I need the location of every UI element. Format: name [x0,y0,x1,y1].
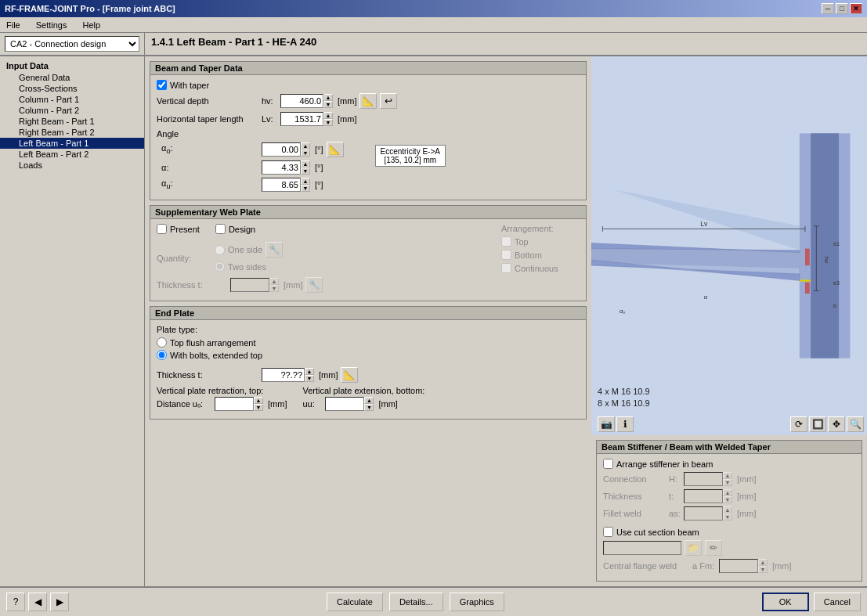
sidebar-item-column-part2[interactable]: Column - Part 2 [0,105,144,116]
vertical-depth-input[interactable] [280,94,323,108]
fillet-label: Fillet weld [603,509,666,518]
horiz-taper-label: Horizontal taper length [157,114,258,124]
two-sides-radio[interactable] [215,261,225,272]
sidebar-item-cross-sections[interactable]: Cross-Sections [0,83,144,94]
sidebar-item-loads[interactable]: Loads [0,160,144,171]
bottom-center-buttons: Calculate Details... Graphics [327,593,504,611]
supplementary-web-header: Supplementary Web Plate [150,206,586,219]
angle-0-down[interactable]: ▼ [301,149,310,157]
angle-1-down[interactable]: ▼ [301,168,310,175]
present-row: Present [157,224,200,234]
calculate-button[interactable]: Calculate [327,593,383,611]
end-plate-panel: End Plate Plate type: Top flush arrangem… [150,306,587,420]
ok-button[interactable]: OK [762,593,809,611]
dist-uu-down[interactable]: ▼ [364,404,374,411]
eccentricity-box: Eccentricity E->A [135, 10.2] mm [375,145,446,167]
dist-uu-input[interactable] [325,397,364,411]
arrange-stiffener-checkbox[interactable] [603,459,613,469]
vertical-depth-up[interactable]: ▲ [323,94,333,101]
end-plate-thickness-input[interactable] [262,368,305,382]
extension-label: Vertical plate extension, bottom: [302,386,424,395]
arrangement-section: Arrangement: Top Bottom Co [501,224,580,296]
info-btn[interactable]: ℹ [616,416,634,432]
horiz-taper-input[interactable] [280,112,323,126]
end-plate-thickness-icon[interactable]: 📐 [341,367,358,383]
cancel-button[interactable]: Cancel [814,593,861,611]
end-plate-thickness-down[interactable]: ▼ [305,375,314,382]
connection-design-dropdown[interactable]: CA2 - Connection design [5,36,139,52]
top-flush-radio[interactable] [157,337,167,348]
angle-0-unit: [°] [315,145,323,154]
view-btn[interactable]: 🔲 [809,416,826,432]
one-side-radio[interactable] [215,245,225,255]
fillet-input [684,506,723,521]
details-button[interactable]: Details... [389,593,443,611]
minimize-button[interactable]: ─ [822,3,834,14]
angle-2-up[interactable]: ▲ [301,178,310,185]
svg-text:e1: e1 [833,241,840,247]
with-bolts-radio[interactable] [157,350,167,360]
close-button[interactable]: ✕ [850,3,862,14]
with-taper-checkbox[interactable] [157,80,167,90]
dist-u0-down[interactable]: ▼ [254,404,263,411]
graphics-button[interactable]: Graphics [450,593,504,611]
prev-btn[interactable]: ◀ [28,593,47,611]
sidebar-item-column-part1[interactable]: Column - Part 1 [0,94,144,105]
angle-0-icon-btn[interactable]: 📐 [327,142,344,157]
sidebar-item-left-beam-part2[interactable]: Left Beam - Part 2 [0,149,144,160]
with-taper-label: With taper [170,81,209,90]
photo-btn[interactable]: 📷 [598,416,615,432]
supplementary-web-panel: Supplementary Web Plate Present [150,205,587,301]
design-checkbox[interactable] [215,224,226,234]
sidebar-item-general-data[interactable]: General Data [0,72,144,83]
arrange-stiffener-label: Arrange stiffener in beam [616,459,713,469]
pan-btn[interactable]: ✥ [828,416,845,432]
vertical-depth-link-btn[interactable]: ↩ [380,93,397,109]
zoom-btn[interactable]: 🔍 [847,416,864,432]
one-side-icon[interactable]: 🔧 [266,242,283,258]
one-side-label: One side [228,245,262,254]
horiz-taper-row: Horizontal taper length Lv: ▲ ▼ [mm] [157,112,580,126]
menu-help[interactable]: Help [79,19,103,31]
rotate-3d-btn[interactable]: ⟳ [790,416,807,432]
use-cut-checkbox[interactable] [603,527,613,537]
cut-section-input-row: 📁 ✏ [603,540,855,556]
angle-2-input[interactable] [262,178,301,192]
sidebar-item-left-beam-part1[interactable]: Left Beam - Part 1 [0,138,144,149]
stiffener-connection-input [684,472,723,486]
present-checkbox[interactable] [157,224,167,234]
angle-1-input-group: ▲ ▼ [262,160,310,175]
stiffener-thickness-input-group: ▲ ▼ [684,489,732,503]
dist-uu-up[interactable]: ▲ [364,397,374,404]
maximize-button[interactable]: □ [836,3,848,14]
angle-2-input-group: ▲ ▼ [262,178,310,192]
angle-2-down[interactable]: ▼ [301,185,310,192]
menu-file[interactable]: File [3,19,23,31]
next-btn[interactable]: ▶ [50,593,69,611]
vertical-depth-unit: [mm] [338,96,356,106]
horiz-taper-up[interactable]: ▲ [323,112,333,119]
help-bottom-btn[interactable]: ? [6,593,25,611]
stiffener-connection-input-group: ▲ ▼ [684,472,732,486]
bottom-checkbox [501,250,511,260]
menu-settings[interactable]: Settings [33,19,70,31]
angle-1-up[interactable]: ▲ [301,160,310,168]
angle-0-input[interactable] [262,142,301,157]
horiz-taper-spinner: ▲ ▼ [323,112,333,126]
sidebar-item-right-beam-part2[interactable]: Right Beam - Part 2 [0,127,144,138]
beam-stiffener-panel: Beam Stiffener / Beam with Welded Taper … [596,440,862,582]
vertical-depth-down[interactable]: ▼ [323,101,333,108]
vertical-depth-icon-btn[interactable]: 📐 [359,93,377,109]
sup-thickness-unit: [mm] [284,280,302,290]
svg-text:Lv: Lv [700,220,708,228]
sidebar-item-right-beam-part1[interactable]: Right Beam - Part 1 [0,116,144,127]
angle-1-input[interactable] [262,160,301,175]
thickness-row: Thickness t: ▲ ▼ [mm] 🔧 [157,277,486,293]
dist-u0-up[interactable]: ▲ [254,397,263,404]
fillet-weld-row: Fillet weld as: ▲ ▼ [mm] [603,506,756,521]
svg-text:αᵤ: αᵤ [620,308,626,315]
dist-u0-input[interactable] [215,397,254,411]
angle-0-up[interactable]: ▲ [301,142,310,149]
horiz-taper-down[interactable]: ▼ [323,119,333,126]
end-plate-thickness-up[interactable]: ▲ [305,368,314,375]
